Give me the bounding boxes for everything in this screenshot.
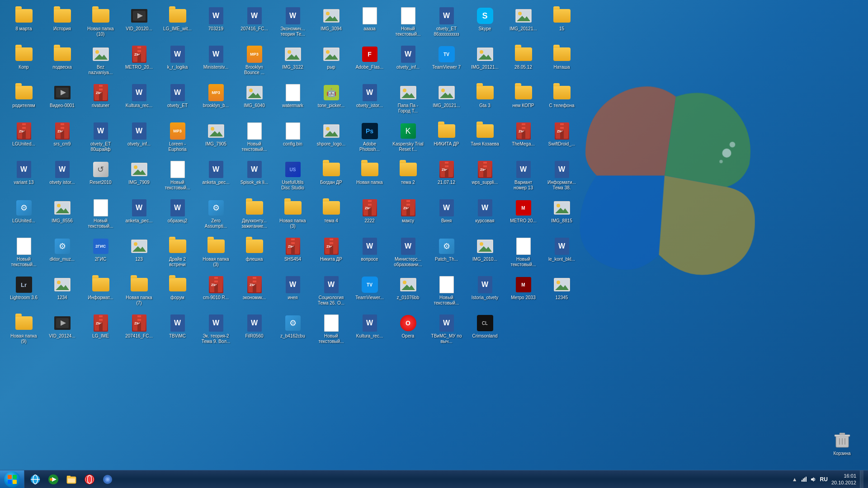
desktop-icon-icon-97[interactable]: флешка [237,235,271,271]
desktop-icon-icon-63[interactable]: ↺ Reset2010 [84,158,118,194]
desktop-icon-icon-130[interactable]: W Kultura_rec... [353,312,387,348]
desktop-icon-icon-26[interactable]: W otvety_inf... [391,43,425,79]
desktop-icon-icon-30[interactable]: Наташа [545,43,579,79]
desktop-icon-icon-8[interactable]: W Экономич... теория Те... [276,5,310,41]
desktop-icon-icon-52[interactable]: Новый текстовый... [237,120,271,156]
desktop-icon-icon-49[interactable]: W otvety_inf... [122,120,156,156]
tray-expand[interactable]: ▲ [791,476,798,483]
desktop-icon-icon-66[interactable]: W anketa_pec... [199,158,233,194]
desktop-icon-icon-24[interactable]: рыр [314,43,348,79]
desktop-icon-icon-132[interactable]: W ТВиМС_МУ по выч... [429,312,463,348]
desktop-icon-icon-84[interactable]: тема 4 [314,197,348,233]
taskbar-ie[interactable] [27,472,43,487]
desktop-icon-icon-93[interactable]: 2ГИС 2ГИС [84,235,118,271]
desktop-icon-icon-7[interactable]: W 207416_FC... [237,5,271,41]
desktop-icon-icon-73[interactable]: ZIP wps_suppli... [468,158,502,194]
desktop-icon-icon-50[interactable]: MP3 Loreen - Euphoria [160,120,194,156]
desktop-icon-icon-29[interactable]: 28.05.12 [506,43,540,79]
desktop-icon-icon-91[interactable]: Новый текстовый... [7,235,41,271]
desktop-icon-icon-54[interactable]: shpore_logo... [314,120,348,156]
desktop-icon-icon-71[interactable]: тема 2 [391,158,425,194]
taskbar-extra[interactable] [99,472,116,487]
trash-desktop-icon[interactable]: Корзина [825,429,859,461]
desktop-icon-icon-74[interactable]: W Вариант номер 13 [506,158,540,194]
desktop-icon-icon-12[interactable]: W otvety_ET 86зззззззззз [429,5,463,41]
desktop-icon-icon-44[interactable]: нем КОПР [506,81,540,117]
desktop-icon-icon-16[interactable]: Копр [7,43,41,79]
desktop-icon-icon-77[interactable]: IMG_8556 [45,197,79,233]
language-indicator[interactable]: RU [820,476,828,483]
tray-volume[interactable] [809,476,816,483]
desktop-icon-icon-89[interactable]: M METRO 20... [506,197,540,233]
desktop-icon-icon-65[interactable]: Новый текстовый... [160,158,194,194]
desktop-icon-icon-78[interactable]: Новый текстовый... [84,197,118,233]
desktop-icon-icon-68[interactable]: US UsefulUtils Disc Studio [276,158,310,194]
desktop-icon-icon-5[interactable]: LG_IME_wit... [160,5,194,41]
desktop-icon-icon-119[interactable]: M Метро 2033 [506,273,540,310]
desktop-icon-icon-56[interactable]: K Kaspersky Trial Reset f... [391,120,425,156]
desktop-icon-icon-131[interactable]: O Opera [391,312,425,348]
desktop-icon-icon-42[interactable]: IMG_20121... [429,81,463,117]
desktop-icon-icon-55[interactable]: Ps Adobe Photosh... [353,120,387,156]
desktop-icon-icon-111[interactable]: ZIP cm-9010 R... [199,273,233,310]
desktop-icon-icon-87[interactable]: W Виня [429,197,463,233]
desktop-icon-icon-14[interactable]: IMG_20121... [506,5,540,41]
desktop-icon-icon-18[interactable]: Bez nazvaniya... [84,43,118,79]
desktop-icon-icon-27[interactable]: TV TeamViewer 7 [429,43,463,79]
desktop-icon-icon-107[interactable]: 1234 [45,273,79,310]
desktop-icon-icon-88[interactable]: W курсовая [468,197,502,233]
desktop-icon-icon-34[interactable]: W Kultura_rec... [122,81,156,117]
desktop-icon-icon-129[interactable]: Новый текстовый... [314,312,348,348]
desktop-icon-icon-96[interactable]: Новая папка (3) [199,235,233,271]
desktop-icon-icon-76[interactable]: ⚙ LGUnited... [7,197,41,233]
desktop-icon-icon-127[interactable]: W FilR0560 [237,312,271,348]
desktop-icon-icon-110[interactable]: форум [160,273,194,310]
desktop-icon-icon-36[interactable]: MP3 brooklyn_b... [199,81,233,117]
desktop-icon-icon-121[interactable]: Новая папка (9) [7,312,41,348]
desktop-icon-icon-79[interactable]: W anketa_pec... [122,197,156,233]
desktop-icon-icon-45[interactable]: С телефона [545,81,579,117]
desktop-icon-icon-22[interactable]: MP3 Brooklyn Bounce ... [237,43,271,79]
desktop-icon-icon-64[interactable]: IMG_7909 [122,158,156,194]
start-button[interactable] [0,470,24,488]
desktop-icon-icon-25[interactable]: F Adobe_Flas... [353,43,387,79]
desktop-icon-icon-62[interactable]: W otvety istor... [45,158,79,194]
taskbar-explorer[interactable] [63,472,80,487]
desktop-icon-icon-51[interactable]: IMG_7905 [199,120,233,156]
desktop-icon-icon-57[interactable]: НИКИТА ДР [429,120,463,156]
desktop-icon-icon-13[interactable]: S Skype [468,5,502,41]
desktop-icon-icon-58[interactable]: Таня Козаева [468,120,502,156]
desktop-icon-icon-17[interactable]: подвеска [45,43,79,79]
desktop-icon-icon-98[interactable]: ZIP SHS454 [276,235,310,271]
desktop-icon-icon-117[interactable]: Новый текстовый... [429,273,463,310]
desktop-icon-icon-2[interactable]: История [45,5,79,41]
desktop-icon-icon-124[interactable]: ZIP 207416_FC... [122,312,156,348]
desktop-icon-icon-126[interactable]: W Эк. теория-2 Тема 9. Вол... [199,312,233,348]
desktop-icon-icon-59[interactable]: ZIP TheMega... [506,120,540,156]
desktop-icon-icon-90[interactable]: IMG_8815 [545,197,579,233]
desktop-icon-icon-41[interactable]: Папа Па - Город Т... [391,81,425,117]
desktop-icon-icon-33[interactable]: ZIP rivatuner [84,81,118,117]
desktop-icon-icon-105[interactable]: W le_kont_bkl... [545,235,579,271]
desktop-icon-icon-120[interactable]: 12345 [545,273,579,310]
desktop-icon-icon-72[interactable]: ZIP 21.07.12 [429,158,463,194]
desktop-icon-icon-75[interactable]: W Информати... Тема 38. [545,158,579,194]
desktop-icon-icon-125[interactable]: W TBViMC [160,312,194,348]
desktop-icon-icon-47[interactable]: ZIP srs_cm9 [45,120,79,156]
desktop-icon-icon-60[interactable]: ZIP SwiftDroid_... [545,120,579,156]
desktop-icon-icon-40[interactable]: W otvety_istor... [353,81,387,117]
desktop-icon-icon-103[interactable]: IMG_2010... [468,235,502,271]
desktop-icon-icon-106[interactable]: Lr Lightroom 3.6 [7,273,41,310]
desktop-icon-icon-67[interactable]: W Spisok_ek li... [237,158,271,194]
desktop-icon-icon-82[interactable]: Двухконту... зажигание... [237,197,271,233]
desktop-icon-icon-19[interactable]: ZIP METRO_20... [122,43,156,79]
desktop-icon-icon-23[interactable]: IMG_3122 [276,43,310,79]
desktop-icon-icon-1[interactable]: 8 марта [7,5,41,41]
taskbar-opera-app[interactable] [81,472,98,487]
desktop-icon-icon-46[interactable]: ZIP LGUnited... [7,120,41,156]
desktop-icon-icon-116[interactable]: z_01076bb [391,273,425,310]
desktop-icon-icon-123[interactable]: ZIP LG_IME [84,312,118,348]
desktop-icon-icon-21[interactable]: W Ministerstv... [199,43,233,79]
desktop-icon-icon-15[interactable]: 15 [545,5,579,41]
desktop-icon-icon-39[interactable]: 🤖 tone_picker... [314,81,348,117]
